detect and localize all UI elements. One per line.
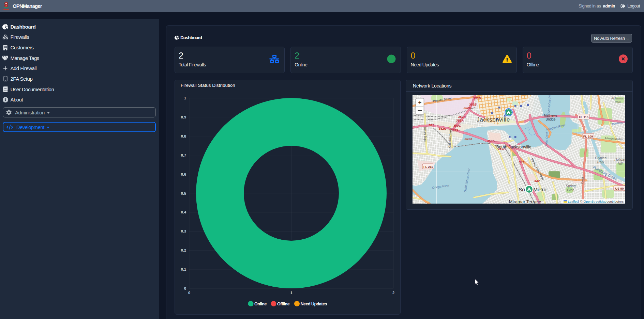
- svg-text:Leaflet: Leaflet: [568, 200, 578, 203]
- svg-text:Spring: Spring: [566, 184, 576, 188]
- svg-text:|: |: [578, 200, 579, 203]
- svg-text:Dean: Dean: [581, 177, 584, 184]
- svg-text:Park: Park: [615, 100, 621, 104]
- svg-text:US 90: US 90: [615, 187, 624, 190]
- svg-text:Park: Park: [597, 160, 605, 164]
- svg-text:351A: 351A: [456, 118, 464, 122]
- svg-text:contributors: contributors: [607, 200, 624, 203]
- svg-text:Mathews: Mathews: [544, 114, 557, 117]
- svg-text:King Street: King Street: [423, 127, 426, 142]
- svg-text:0.8: 0.8: [181, 134, 186, 138]
- svg-text:350C: 350C: [453, 124, 461, 127]
- svg-text:0.7: 0.7: [181, 153, 186, 157]
- svg-text:350A: 350A: [487, 139, 495, 143]
- svg-text:Need Updates: Need Updates: [301, 302, 327, 306]
- svg-text:0.4: 0.4: [181, 210, 186, 214]
- svg-text:0: 0: [184, 286, 186, 290]
- svg-text:Offline: Offline: [277, 302, 290, 306]
- svg-text:0.6: 0.6: [181, 172, 186, 176]
- svg-text:FL 211: FL 211: [423, 165, 433, 169]
- svg-text:Holiday: Holiday: [614, 158, 625, 161]
- svg-text:Bridge: Bridge: [546, 117, 556, 121]
- svg-text:Hill: Hill: [618, 162, 623, 165]
- svg-text:351A: 351A: [465, 137, 473, 141]
- svg-text:352D: 352D: [464, 106, 471, 110]
- svg-text:2: 2: [392, 291, 394, 295]
- svg-text:348: 348: [519, 160, 525, 164]
- svg-text:FL 115: FL 115: [579, 115, 588, 119]
- svg-text:352A: 352A: [451, 128, 459, 132]
- svg-text:+: +: [418, 99, 422, 106]
- svg-text:0.1: 0.1: [181, 267, 186, 271]
- svg-text:0.3: 0.3: [181, 229, 186, 233]
- svg-text:Jacksonville: Jacksonville: [477, 116, 510, 123]
- svg-text:352A: 352A: [458, 115, 466, 118]
- svg-text:Glen: Glen: [567, 188, 574, 192]
- svg-text:350A: 350A: [498, 147, 506, 150]
- svg-text:0.5: 0.5: [181, 191, 186, 195]
- svg-text:Miramar Terrace: Miramar Terrace: [509, 199, 541, 204]
- svg-text:0.2: 0.2: [181, 248, 186, 252]
- svg-text:1: 1: [290, 291, 292, 295]
- svg-text:353B: 353B: [473, 96, 481, 100]
- svg-text:FL 109: FL 109: [583, 135, 593, 138]
- svg-text:0: 0: [188, 291, 190, 295]
- svg-text:Online: Online: [254, 302, 267, 306]
- svg-text:1: 1: [184, 96, 186, 100]
- svg-text:0.9: 0.9: [181, 115, 186, 119]
- svg-text:361: 361: [429, 123, 434, 127]
- svg-text:Miller Creek: Miller Creek: [545, 131, 549, 146]
- svg-text:Glynlea: Glynlea: [595, 156, 606, 160]
- svg-text:347: 347: [534, 179, 540, 183]
- svg-text:Alderman: Alderman: [611, 97, 625, 100]
- svg-text:362C: 362C: [439, 127, 447, 130]
- svg-text:OpenStreetMap: OpenStreetMap: [584, 200, 606, 203]
- svg-text:©: ©: [580, 200, 582, 203]
